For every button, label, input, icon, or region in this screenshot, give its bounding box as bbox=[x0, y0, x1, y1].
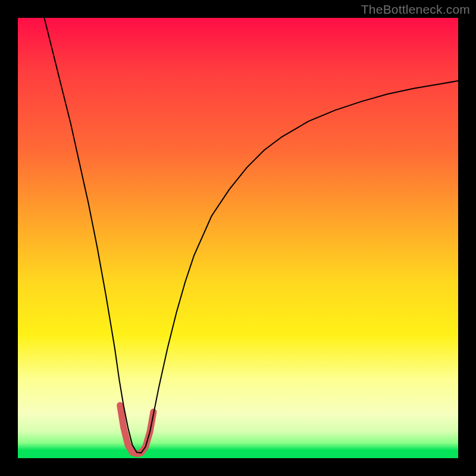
bottleneck-curve-path bbox=[44, 18, 458, 453]
curve-layer bbox=[18, 18, 458, 458]
chart-frame: TheBottleneck.com bbox=[0, 0, 476, 476]
watermark-text: TheBottleneck.com bbox=[361, 2, 470, 17]
plot-area bbox=[18, 18, 458, 458]
